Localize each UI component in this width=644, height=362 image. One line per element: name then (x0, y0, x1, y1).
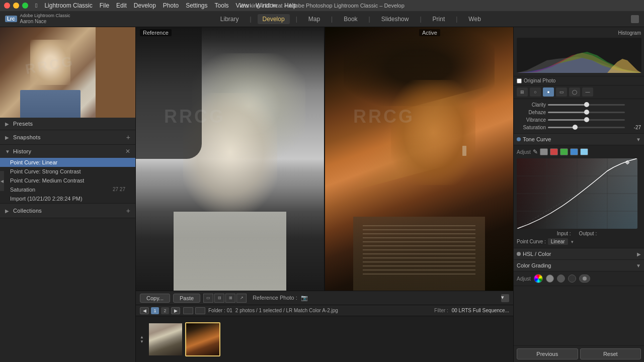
filmstrip-thumb[interactable] (148, 322, 183, 356)
reference-label: Reference (140, 29, 172, 36)
tone-curve-graph[interactable] (517, 158, 637, 229)
vibrance-slider[interactable] (548, 119, 625, 121)
history-item[interactable]: Import (10/21/20 2:28:24 PM) (0, 194, 135, 203)
tc-pencil-tool[interactable]: ✎ (533, 148, 538, 155)
toolbar-menu-icon[interactable]: ▾ (501, 294, 509, 302)
color-grading-header[interactable]: Color Grading ▼ (514, 260, 644, 272)
dehaze-thumb[interactable] (584, 110, 589, 115)
filmstrip-up-button[interactable]: ▲ (140, 335, 144, 339)
filmstrip-thumb-selected[interactable] (185, 322, 220, 356)
tc-red-button[interactable] (550, 148, 558, 155)
module-map[interactable]: Map (303, 14, 325, 24)
hsl-label: HSL / Color (523, 251, 637, 257)
history-item[interactable]: Point Curve: Strong Contrast (0, 167, 135, 176)
clarity-thumb[interactable] (584, 102, 589, 107)
collections-arrow-icon: ▶ (5, 208, 10, 213)
cg-circle-2[interactable] (557, 275, 565, 283)
cg-circle-3[interactable] (568, 275, 576, 283)
view-survey-button[interactable]: ⊞ (225, 294, 235, 303)
minimize-button[interactable] (13, 3, 19, 9)
vibrance-thumb[interactable] (584, 117, 589, 122)
reference-photo: RRCG (136, 27, 324, 291)
module-web[interactable]: Web (463, 14, 486, 24)
collections-add-button[interactable]: + (126, 207, 130, 215)
cg-ellipse-button[interactable] (579, 275, 590, 283)
tone-curve-header[interactable]: Tone Curve ▼ (514, 134, 644, 145)
clarity-slider[interactable] (548, 104, 625, 106)
menu-develop[interactable]: Develop (134, 2, 156, 9)
filmstrip-down-button[interactable]: ▼ (140, 339, 144, 344)
menu-settings[interactable]: Settings (186, 2, 207, 9)
tc-adjust-label: Adjust (517, 149, 531, 155)
module-develop[interactable]: Develop (258, 14, 290, 24)
next-photo-button[interactable]: ▶ (171, 307, 180, 314)
loupe-button[interactable] (195, 307, 205, 314)
photo-info: 2 photos / 1 selected / LR Match Color A… (235, 308, 338, 313)
tc-blue-button[interactable] (570, 148, 578, 155)
tc-extra-button[interactable] (580, 148, 588, 155)
copy-button[interactable]: Copy... (140, 294, 170, 303)
view-reference-button[interactable]: ↗ (236, 294, 247, 303)
menu-apple[interactable]:  (35, 2, 37, 9)
reset-button[interactable]: Reset (580, 348, 641, 359)
menu-lightroom[interactable]: Lightroom Classic (44, 2, 92, 9)
grid-view-buttons (183, 307, 205, 314)
cg-wheel-shadows[interactable] (534, 274, 543, 283)
filter-value[interactable]: 00 LRTS Full Sequence... (452, 308, 509, 313)
history-item[interactable]: Point Curve: Linear (0, 158, 135, 167)
tc-rgb-button[interactable] (540, 148, 548, 155)
menu-tools[interactable]: Tools (215, 2, 229, 9)
hsl-indicator (517, 252, 521, 256)
page-1-button[interactable]: 1 (151, 307, 159, 314)
module-slideshow[interactable]: Slideshow (376, 14, 414, 24)
previous-button[interactable]: Previous (517, 348, 578, 359)
secondary-display-icon[interactable] (631, 15, 639, 23)
red-eye-tool[interactable]: ● (543, 87, 554, 97)
grid-button[interactable] (183, 307, 193, 314)
menu-edit[interactable]: Edit (116, 2, 127, 9)
view-single-button[interactable]: ▭ (203, 294, 213, 303)
saturation-slider[interactable] (548, 127, 625, 128)
saturation-thumb[interactable] (573, 125, 578, 130)
module-library[interactable]: Library (215, 14, 244, 24)
paste-button[interactable]: Paste (173, 294, 200, 303)
hsl-color-header[interactable]: HSL / Color ▶ (514, 248, 644, 260)
module-book[interactable]: Book (339, 14, 362, 24)
collections-header[interactable]: ▶ Collections + (0, 204, 135, 218)
pagination: ◀ 1 2 ▶ (140, 307, 180, 314)
history-item-label: Point Curve: Medium Contrast (10, 177, 84, 184)
left-panel-toggle[interactable]: ◀ (0, 171, 4, 191)
dehaze-slider[interactable] (548, 112, 625, 113)
crop-tool[interactable]: ⊞ (517, 87, 528, 97)
tc-green-button[interactable] (560, 148, 568, 155)
maximize-button[interactable] (22, 3, 28, 9)
radial-filter-tool[interactable]: ◯ (569, 87, 580, 97)
presets-header[interactable]: ▶ Presets (0, 118, 135, 130)
snapshots-add-button[interactable]: + (126, 133, 130, 141)
snapshots-header[interactable]: ▶ Snapshots + (0, 130, 135, 144)
saturation-value: -27 (627, 125, 641, 130)
adjustment-brush-tool[interactable]: — (582, 87, 593, 97)
bottom-buttons: Previous Reset (514, 345, 644, 362)
view-compare-button[interactable]: ⊟ (214, 294, 224, 303)
history-item[interactable]: Point Curve: Medium Contrast (0, 176, 135, 185)
original-photo-checkbox[interactable] (517, 78, 522, 83)
presets-arrow-icon: ▶ (5, 121, 10, 126)
spot-removal-tool[interactable]: ○ (530, 87, 541, 97)
history-item[interactable]: Saturation 27 27 (0, 185, 135, 194)
tc-point-curve-value[interactable]: Linear (548, 238, 568, 245)
menu-photo[interactable]: Photo (163, 2, 179, 9)
preview-container: RRCG (0, 27, 136, 118)
history-close-button[interactable]: ✕ (125, 148, 130, 155)
vibrance-row: Vibrance (517, 116, 641, 124)
graduated-filter-tool[interactable]: ▭ (556, 87, 567, 97)
close-button[interactable] (4, 3, 10, 9)
history-header[interactable]: ▼ History ✕ (0, 145, 135, 158)
menu-file[interactable]: File (100, 2, 109, 9)
module-print[interactable]: Print (428, 14, 450, 24)
page-2-button[interactable]: 2 (161, 307, 169, 314)
presets-label: Presets (13, 121, 33, 127)
tc-point-curve-dropdown-icon[interactable]: ▾ (571, 239, 574, 244)
prev-photo-button[interactable]: ◀ (140, 307, 149, 314)
cg-circle-1[interactable] (546, 275, 554, 283)
